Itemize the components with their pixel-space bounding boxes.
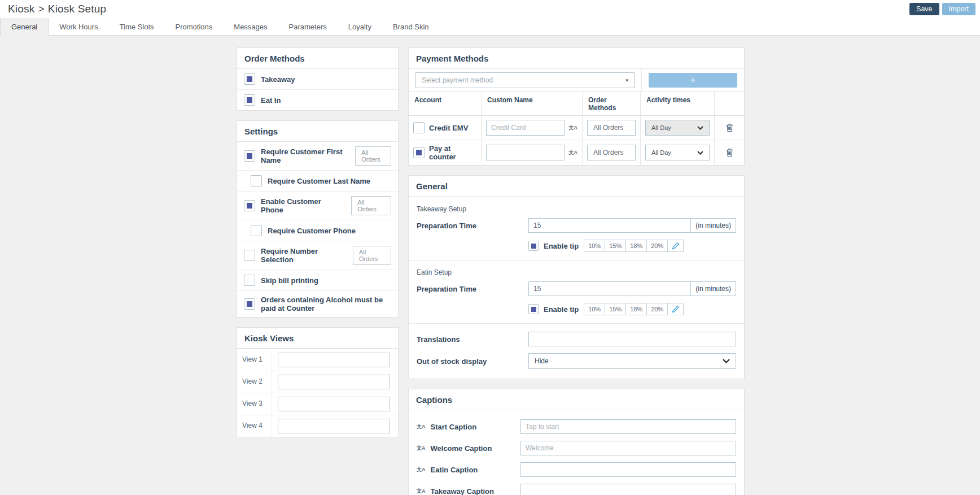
tab-time-slots[interactable]: Time Slots <box>109 18 165 36</box>
general-title: General <box>409 176 744 197</box>
translate-icon[interactable]: 文A <box>417 488 426 495</box>
setting-label: Orders containing Alcohol must be paid a… <box>261 296 391 312</box>
import-button[interactable]: Import <box>942 3 975 15</box>
takeaway-caption-input[interactable] <box>520 484 736 495</box>
all-orders-badge[interactable]: All Orders <box>353 246 391 265</box>
trash-icon <box>725 123 734 132</box>
setting-row: Skip bill printing <box>237 270 398 290</box>
eatin-prep-time-input[interactable] <box>528 281 691 296</box>
delete-payment-method-button[interactable] <box>724 147 735 158</box>
tab-work-hours[interactable]: Work Hours <box>49 18 108 36</box>
activity-times-value: All Day <box>651 124 671 131</box>
translations-input[interactable] <box>528 332 736 346</box>
order-methods-selector[interactable]: All Orders <box>587 145 636 160</box>
tip-option-10[interactable]: 10% <box>584 240 605 252</box>
view-1-label: View 1 <box>237 349 272 371</box>
settings-card: Settings Require Customer First Name All… <box>237 120 399 318</box>
eatin-caption-input[interactable] <box>520 462 736 477</box>
require-customer-phone-checkbox[interactable] <box>251 225 262 236</box>
save-button[interactable]: Save <box>909 3 939 15</box>
out-of-stock-select[interactable]: Hide <box>528 353 736 369</box>
custom-name-input[interactable] <box>486 120 565 136</box>
translations-label: Translations <box>417 335 528 344</box>
order-method-eatin-row: Eat In <box>237 89 398 110</box>
kiosk-view-row: View 1 <box>237 349 398 371</box>
edit-tip-button[interactable] <box>667 303 684 315</box>
setting-label: Enable Customer Phone <box>261 197 345 214</box>
view-1-input[interactable] <box>278 353 390 367</box>
payment-method-row-credit-emv: Credit EMV 文A All Orders All Day <box>409 116 744 140</box>
chevron-down-icon <box>697 151 703 155</box>
all-orders-badge[interactable]: All Orders <box>351 196 391 215</box>
require-number-selection-checkbox[interactable] <box>244 250 255 261</box>
payment-method-select-placeholder: Select payment method <box>422 76 493 84</box>
alcohol-paid-at-counter-checkbox[interactable] <box>244 298 255 310</box>
enable-customer-phone-checkbox[interactable] <box>244 200 255 211</box>
welcome-caption-input[interactable] <box>520 441 736 455</box>
activity-times-select[interactable]: All Day <box>645 145 710 160</box>
eat-in-label: Eat In <box>261 96 281 105</box>
eat-in-checkbox[interactable] <box>244 94 255 106</box>
breadcrumb-root[interactable]: Kiosk <box>8 3 34 15</box>
eatin-enable-tip-checkbox[interactable] <box>528 304 539 314</box>
takeaway-checkbox[interactable] <box>244 73 255 85</box>
tab-promotions[interactable]: Promotions <box>165 18 224 36</box>
column-header-activity-times: Activity times <box>641 92 715 116</box>
activity-times-select[interactable]: All Day <box>645 120 710 136</box>
setting-label: Require Number Selection <box>261 247 347 264</box>
payment-method-select[interactable]: Select payment method ▾ <box>415 72 635 88</box>
out-of-stock-label: Out of stock display <box>417 357 528 366</box>
start-caption-input[interactable] <box>520 419 736 434</box>
custom-name-input[interactable] <box>486 145 565 160</box>
add-payment-method-button[interactable]: + <box>649 73 737 88</box>
trash-icon <box>725 148 734 157</box>
edit-tip-button[interactable] <box>667 240 684 252</box>
left-column: Order Methods Takeaway Eat In Settings R… <box>237 47 399 447</box>
tip-option-15[interactable]: 15% <box>605 303 626 315</box>
tip-option-18[interactable]: 18% <box>625 303 647 315</box>
takeaway-prep-time-input[interactable] <box>528 218 691 233</box>
account-label: Credit EMV <box>429 124 468 132</box>
delete-payment-method-button[interactable] <box>724 122 735 133</box>
takeaway-enable-tip-checkbox[interactable] <box>528 241 539 251</box>
tab-loyalty[interactable]: Loyalty <box>338 18 382 36</box>
divider <box>409 260 744 260</box>
column-header-custom-name: Custom Name <box>482 92 583 116</box>
order-methods-selector[interactable]: All Orders <box>587 120 636 136</box>
tip-option-18[interactable]: 18% <box>625 240 647 252</box>
setting-label: Require Customer First Name <box>261 147 349 164</box>
all-orders-badge[interactable]: All Orders <box>355 146 391 166</box>
translate-icon[interactable]: 文A <box>417 423 426 431</box>
order-methods-card: Order Methods Takeaway Eat In <box>237 47 399 111</box>
translate-icon[interactable]: 文A <box>569 124 578 132</box>
tab-parameters[interactable]: Parameters <box>278 18 338 36</box>
view-4-input[interactable] <box>278 419 390 433</box>
takeaway-tip-options: 10% 15% 18% 20% <box>584 240 684 252</box>
tab-messages[interactable]: Messages <box>223 18 278 36</box>
translate-icon[interactable]: 文A <box>569 149 578 157</box>
tip-option-15[interactable]: 15% <box>605 240 626 252</box>
require-last-name-checkbox[interactable] <box>251 175 262 186</box>
credit-emv-checkbox[interactable] <box>413 122 425 133</box>
require-first-name-checkbox[interactable] <box>244 150 255 162</box>
translate-icon[interactable]: 文A <box>417 445 426 452</box>
caption-row: 文ATakeaway Caption <box>409 480 744 495</box>
right-column: Payment Methods Select payment method ▾ … <box>408 47 745 495</box>
kiosk-views-title: Kiosk Views <box>237 328 398 349</box>
order-method-takeaway-row: Takeaway <box>237 69 398 89</box>
tip-option-20[interactable]: 20% <box>646 303 668 315</box>
start-caption-label: Start Caption <box>431 423 477 431</box>
view-2-input[interactable] <box>278 375 390 389</box>
setting-label: Skip bill printing <box>261 276 318 285</box>
tip-option-10[interactable]: 10% <box>584 303 605 315</box>
top-bar: Kiosk>Kiosk Setup Save Import <box>0 0 980 18</box>
view-3-input[interactable] <box>278 397 390 411</box>
pay-at-counter-checkbox[interactable] <box>413 147 425 158</box>
tab-brand-skin[interactable]: Brand Skin <box>382 18 440 36</box>
caption-row: 文AWelcome Caption <box>409 437 744 459</box>
tip-option-20[interactable]: 20% <box>646 240 668 252</box>
content-area: Order Methods Takeaway Eat In Settings R… <box>0 36 980 495</box>
tab-general[interactable]: General <box>0 18 49 36</box>
skip-bill-printing-checkbox[interactable] <box>244 275 255 286</box>
translate-icon[interactable]: 文A <box>417 466 426 474</box>
